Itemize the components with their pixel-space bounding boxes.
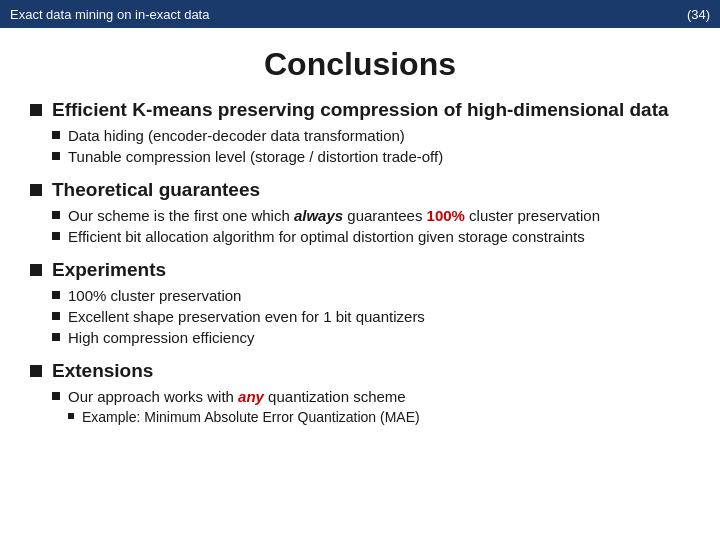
list-item: Data hiding (encoder-decoder data transf… bbox=[52, 127, 690, 144]
sub-bullet-icon bbox=[52, 312, 60, 320]
section-1-title: Efficient K-means preserving compression… bbox=[52, 99, 669, 121]
content-area: Efficient K-means preserving compression… bbox=[0, 99, 720, 449]
section-2-sub-items: Our scheme is the first one which always… bbox=[52, 207, 690, 245]
sub-sub-bullet-icon bbox=[68, 413, 74, 419]
sub-item-text: High compression efficiency bbox=[68, 329, 254, 346]
section-theoretical-guarantees: Theoretical guarantees Our scheme is the… bbox=[30, 179, 690, 245]
sub-item-text: Data hiding (encoder-decoder data transf… bbox=[68, 127, 405, 144]
list-item: Example: Minimum Absolute Error Quantiza… bbox=[68, 409, 690, 425]
section-2-header: Theoretical guarantees bbox=[30, 179, 690, 201]
section-extensions: Extensions Our approach works with any q… bbox=[30, 360, 690, 425]
bullet-square-icon bbox=[30, 104, 42, 116]
slide-title: Conclusions bbox=[0, 46, 720, 83]
section-3-header: Experiments bbox=[30, 259, 690, 281]
list-item: Our approach works with any quantization… bbox=[52, 388, 690, 405]
section-experiments: Experiments 100% cluster preservation Ex… bbox=[30, 259, 690, 346]
sub-bullet-icon bbox=[52, 232, 60, 240]
sub-bullet-icon bbox=[52, 333, 60, 341]
sub-item-text: Excellent shape preservation even for 1 … bbox=[68, 308, 425, 325]
bullet-square-icon bbox=[30, 365, 42, 377]
list-item: High compression efficiency bbox=[52, 329, 690, 346]
section-efficient-kmeans: Efficient K-means preserving compression… bbox=[30, 99, 690, 165]
section-2-title: Theoretical guarantees bbox=[52, 179, 260, 201]
sub-bullet-icon bbox=[52, 131, 60, 139]
bold-italic-text: always bbox=[294, 207, 343, 224]
sub-item-text: Tunable compression level (storage / dis… bbox=[68, 148, 443, 165]
list-item: Efficient bit allocation algorithm for o… bbox=[52, 228, 690, 245]
sub-bullet-icon bbox=[52, 291, 60, 299]
list-item: Excellent shape preservation even for 1 … bbox=[52, 308, 690, 325]
section-3-title: Experiments bbox=[52, 259, 166, 281]
sub-bullet-icon bbox=[52, 392, 60, 400]
section-1-header: Efficient K-means preserving compression… bbox=[30, 99, 690, 121]
bullet-square-icon bbox=[30, 184, 42, 196]
header-bar: Exact data mining on in-exact data (34) bbox=[0, 0, 720, 28]
header-title: Exact data mining on in-exact data bbox=[10, 7, 209, 22]
list-item: Tunable compression level (storage / dis… bbox=[52, 148, 690, 165]
sub-item-text: Our scheme is the first one which always… bbox=[68, 207, 600, 224]
section-1-sub-items: Data hiding (encoder-decoder data transf… bbox=[52, 127, 690, 165]
sub-bullet-icon bbox=[52, 152, 60, 160]
sub-bullet-icon bbox=[52, 211, 60, 219]
list-item: Our scheme is the first one which always… bbox=[52, 207, 690, 224]
slide-number: (34) bbox=[687, 7, 710, 22]
red-bold-text: 100% bbox=[427, 207, 465, 224]
section-4-sub-sub-items: Example: Minimum Absolute Error Quantiza… bbox=[68, 409, 690, 425]
sub-item-text: 100% cluster preservation bbox=[68, 287, 241, 304]
list-item: 100% cluster preservation bbox=[52, 287, 690, 304]
italic-red-text: any bbox=[238, 388, 264, 405]
sub-sub-item-text: Example: Minimum Absolute Error Quantiza… bbox=[82, 409, 420, 425]
section-4-title: Extensions bbox=[52, 360, 153, 382]
sub-item-text: Our approach works with any quantization… bbox=[68, 388, 406, 405]
section-4-header: Extensions bbox=[30, 360, 690, 382]
bullet-square-icon bbox=[30, 264, 42, 276]
section-4-sub-items: Our approach works with any quantization… bbox=[52, 388, 690, 425]
section-3-sub-items: 100% cluster preservation Excellent shap… bbox=[52, 287, 690, 346]
sub-item-text: Efficient bit allocation algorithm for o… bbox=[68, 228, 585, 245]
